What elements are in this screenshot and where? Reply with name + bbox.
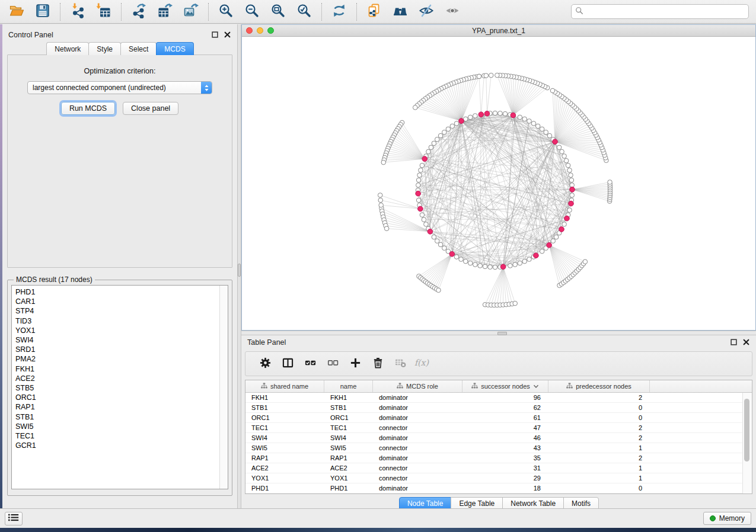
mcds-result-item[interactable]: TID3 — [15, 316, 228, 326]
cell-predecessor-nodes[interactable]: 1 — [548, 443, 650, 453]
show-columns-button[interactable] — [276, 353, 299, 374]
cell-mcds-role[interactable]: connector — [373, 423, 462, 432]
network-window-titlebar[interactable]: YPA_prune.txt_1 — [242, 25, 755, 37]
cell-mcds-role[interactable]: dominator — [373, 453, 462, 463]
search-input[interactable] — [586, 6, 748, 18]
deselect-all-button[interactable] — [321, 353, 344, 374]
cell-successor-nodes[interactable]: 47 — [462, 423, 548, 432]
tab-network[interactable]: Network — [46, 42, 89, 55]
cell-shared-name[interactable]: FKH1 — [245, 393, 324, 402]
import-network-button[interactable] — [65, 2, 91, 22]
vertical-splitter-handle[interactable] — [238, 264, 241, 277]
cell-name[interactable]: RAP1 — [324, 453, 373, 463]
table-row[interactable]: TEC1TEC1connector472 — [245, 423, 752, 433]
open-session-button[interactable] — [4, 2, 30, 22]
column-header-mcds-role[interactable]: MCDS role — [373, 380, 462, 392]
table-settings-button[interactable] — [254, 353, 276, 374]
table-row[interactable]: SWI5SWI5connector431 — [245, 443, 752, 453]
mcds-result-item[interactable]: GCR1 — [15, 441, 228, 450]
cell-mcds-role[interactable]: dominator — [373, 483, 462, 493]
column-header-predecessor-nodes[interactable]: predecessor nodes — [548, 380, 650, 392]
export-network-button[interactable] — [126, 2, 152, 22]
cell-mcds-role[interactable]: connector — [373, 443, 462, 453]
cell-name[interactable]: SWI4 — [324, 433, 373, 443]
export-table-button[interactable] — [152, 2, 178, 22]
network-canvas[interactable] — [242, 37, 755, 331]
zoom-selected-button[interactable] — [291, 2, 317, 22]
delete-column-button[interactable] — [366, 353, 389, 374]
table-row[interactable]: YOX1YOX1connector291 — [245, 473, 752, 483]
select-all-button[interactable] — [299, 353, 321, 374]
cell-successor-nodes[interactable]: 29 — [462, 473, 548, 483]
search-box[interactable] — [571, 4, 749, 19]
list-scrollbar[interactable] — [219, 286, 228, 489]
cell-name[interactable]: ACE2 — [324, 463, 373, 473]
cell-shared-name[interactable]: TEC1 — [245, 423, 324, 432]
mcds-result-list[interactable]: PHD1CAR1STP4TID3YOX1SWI4SRD1PMA2FKH1ACE2… — [11, 285, 228, 489]
cell-successor-nodes[interactable]: 35 — [462, 453, 548, 463]
cell-name[interactable]: FKH1 — [324, 393, 373, 402]
cell-successor-nodes[interactable]: 96 — [462, 393, 548, 402]
cell-shared-name[interactable]: SWI5 — [245, 443, 324, 453]
refresh-layout-button[interactable] — [326, 2, 352, 22]
mcds-result-item[interactable]: STP4 — [15, 306, 228, 316]
mcds-result-item[interactable]: RAP1 — [15, 402, 228, 412]
hide-panel-button[interactable] — [413, 2, 439, 22]
table-row[interactable]: PHD1PHD1dominator180 — [245, 483, 752, 493]
mcds-result-item[interactable]: YOX1 — [15, 326, 228, 335]
horizontal-splitter[interactable] — [241, 331, 756, 335]
network-overview-button[interactable] — [387, 2, 413, 22]
cell-name[interactable]: YOX1 — [324, 473, 373, 483]
cell-predecessor-nodes[interactable]: 1 — [548, 463, 650, 473]
column-header-shared-name[interactable]: shared name — [245, 380, 324, 392]
cell-predecessor-nodes[interactable]: 0 — [548, 483, 650, 493]
cell-mcds-role[interactable]: dominator — [373, 413, 462, 422]
cell-shared-name[interactable]: ORC1 — [245, 413, 324, 422]
mcds-result-item[interactable]: CAR1 — [15, 297, 228, 306]
cell-successor-nodes[interactable]: 62 — [462, 403, 548, 412]
cell-name[interactable]: PHD1 — [324, 483, 373, 493]
vertical-splitter[interactable] — [237, 24, 241, 508]
cell-mcds-role[interactable]: dominator — [373, 433, 462, 443]
mcds-result-item[interactable]: PMA2 — [15, 354, 228, 364]
cell-name[interactable]: TEC1 — [324, 423, 373, 432]
cell-mcds-role[interactable]: connector — [373, 473, 462, 483]
cell-predecessor-nodes[interactable]: 0 — [548, 403, 650, 412]
cell-shared-name[interactable]: RAP1 — [245, 453, 324, 463]
cell-mcds-role[interactable]: dominator — [373, 393, 462, 402]
table-scrollbar[interactable] — [742, 393, 752, 493]
mcds-result-item[interactable]: FKH1 — [15, 364, 228, 374]
tab-style[interactable]: Style — [88, 42, 121, 55]
mcds-result-item[interactable]: ORC1 — [15, 393, 228, 402]
cell-predecessor-nodes[interactable]: 2 — [548, 453, 650, 463]
cell-name[interactable]: ORC1 — [324, 413, 373, 422]
criterion-select[interactable]: largest connected component (undirected) — [27, 81, 212, 94]
memory-button[interactable]: Memory — [703, 512, 751, 525]
tab-select[interactable]: Select — [120, 42, 157, 55]
zoom-in-button[interactable] — [213, 2, 239, 22]
table-row[interactable]: ORC1ORC1dominator610 — [245, 413, 752, 423]
mcds-result-item[interactable]: SWI5 — [15, 422, 228, 431]
cell-successor-nodes[interactable]: 46 — [462, 433, 548, 443]
mcds-result-item[interactable]: SWI4 — [15, 335, 228, 345]
table-row[interactable]: ACE2ACE2connector311 — [245, 463, 752, 473]
cell-mcds-role[interactable]: connector — [373, 463, 462, 473]
mcds-result-item[interactable]: PHD1 — [15, 287, 228, 297]
cell-name[interactable]: SWI5 — [324, 443, 373, 453]
export-image-button[interactable] — [178, 2, 204, 22]
table-row[interactable]: STB1STB1dominator620 — [245, 403, 752, 413]
cell-predecessor-nodes[interactable]: 2 — [548, 433, 650, 443]
cell-successor-nodes[interactable]: 18 — [462, 483, 548, 493]
task-history-button[interactable] — [5, 512, 23, 525]
close-table-panel-button[interactable] — [743, 339, 750, 346]
mcds-result-item[interactable]: ACE2 — [15, 374, 228, 383]
column-header-name[interactable]: name — [324, 380, 373, 392]
table-row[interactable]: SWI4SWI4dominator462 — [245, 433, 752, 443]
cell-predecessor-nodes[interactable]: 0 — [548, 413, 650, 422]
float-control-panel-button[interactable] — [212, 31, 219, 39]
close-control-panel-button[interactable] — [224, 31, 231, 39]
cell-predecessor-nodes[interactable]: 1 — [548, 473, 650, 483]
tab-mcds[interactable]: MCDS — [156, 42, 193, 55]
show-panel-button[interactable] — [439, 2, 465, 22]
cell-successor-nodes[interactable]: 61 — [462, 413, 548, 422]
